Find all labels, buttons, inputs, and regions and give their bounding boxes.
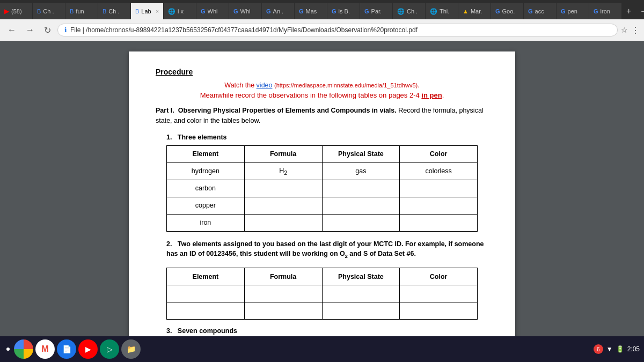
color-colorless: colorless (400, 162, 478, 180)
web-icon2: 🌐 (397, 8, 405, 15)
col-header-element: Element (167, 145, 245, 162)
tab-isb[interactable]: G is B. (327, 3, 360, 19)
tab-ch1[interactable]: B Ch . (33, 3, 65, 19)
google-icon5: G (332, 8, 336, 14)
tab-label: (58) (11, 8, 22, 14)
google-icon10: G (594, 8, 598, 14)
navigation-bar: ← → ↻ ℹ File | /home/chronos/u-89894221a… (0, 19, 644, 41)
tab-ch3[interactable]: 🌐 Ch . (393, 3, 425, 19)
reload-button[interactable]: ↻ (41, 24, 54, 36)
part-intro: Part I. Observing Physical Properties of… (156, 106, 488, 126)
web-icon: 🌐 (168, 8, 175, 15)
table-row: hydrogen H2 gas colorless (167, 162, 478, 180)
section-1-header: 1. Three elements (166, 134, 488, 141)
elements-table-2: Element Formula Physical State Color (166, 268, 478, 320)
section-two-elements: 2. Two elements assigned to you based on… (156, 239, 488, 320)
forward-button[interactable]: → (23, 24, 38, 36)
table-row: carbon (167, 180, 478, 197)
col-header-physical-state2: Physical State (322, 268, 400, 285)
tab-fun[interactable]: B fun (65, 3, 98, 19)
tab-ix[interactable]: 🌐 i x (164, 3, 196, 19)
col-header-formula: Formula (244, 145, 322, 162)
tab-ch2[interactable]: B Ch . (98, 3, 130, 19)
tab-goo[interactable]: G Goo. (491, 3, 523, 19)
tab-iron[interactable]: G iron (589, 3, 621, 19)
google-icon4: G (299, 8, 304, 14)
element-iron: iron (167, 214, 245, 231)
youtube-icon: ▶ (4, 8, 9, 15)
wifi-icon: ▼ (606, 345, 613, 353)
col-header-formula2: Formula (244, 268, 322, 285)
section-2-text: 2. Two elements assigned to you based on… (166, 240, 484, 258)
window-controls: ─ ⬜ ✕ (636, 8, 644, 15)
doc-icon3: B (103, 8, 106, 14)
section-three-elements: 1. Three elements Element Formula Physic… (156, 134, 488, 232)
section-3-header: 3. Seven compounds (166, 327, 488, 335)
tab-whi1[interactable]: G Whi (196, 3, 229, 19)
tab-par[interactable]: G Par. (360, 3, 392, 19)
state-gas: gas (322, 162, 400, 180)
table-row (167, 302, 478, 320)
google-icon9: G (561, 8, 566, 14)
watch-video-line: Watch the video (https://mediaspace.minn… (156, 82, 488, 89)
col-header-color: Color (400, 145, 478, 162)
section-2-header: 2. Two elements assigned to you based on… (166, 239, 488, 261)
tab-youtube[interactable]: ▶ (58) (0, 3, 32, 19)
element-hydrogen: hydrogen (167, 162, 245, 180)
security-icon: ℹ (64, 26, 67, 34)
bookmark-button[interactable]: ☆ (621, 26, 628, 34)
doc-icon2: B (70, 8, 74, 14)
record-note: Meanwhile record the observations in the… (156, 91, 488, 99)
google-icon1: G (201, 8, 206, 14)
add-tab-button[interactable]: + (622, 6, 635, 16)
tab-thi[interactable]: 🌐 Thi. (426, 3, 458, 19)
doc-icon4: B (135, 8, 139, 14)
tab-an[interactable]: G An . (262, 3, 294, 19)
files-taskbar-icon[interactable]: 📁 (121, 339, 141, 359)
browser-chrome: ▶ (58) B Ch . B fun B Ch . B Lab × 🌐 i x… (0, 0, 644, 41)
tab-mar[interactable]: ▲ Mar. (458, 3, 491, 19)
taskbar-indicator (6, 348, 10, 351)
table-row (167, 285, 478, 302)
google-icon6: G (364, 8, 369, 14)
tab-bar: ▶ (58) B Ch . B fun B Ch . B Lab × 🌐 i x… (0, 0, 644, 19)
play-taskbar-icon[interactable]: ▷ (100, 339, 119, 359)
taskbar: M 📄 ▶ ▷ 📁 6 ▼ 🔋 2:05 (0, 336, 644, 362)
docs-taskbar-icon[interactable]: 📄 (57, 339, 76, 359)
tab-mas[interactable]: G Mas (295, 3, 327, 19)
address-bar[interactable]: ℹ File | /home/chronos/u-89894221a1237b5… (57, 24, 618, 36)
element-carbon: carbon (167, 180, 245, 197)
table-row: iron (167, 214, 478, 231)
video-url: (https://mediaspace.minnstate.edu/media/… (274, 82, 418, 88)
pdf-page: Procedure Watch the video (https://media… (129, 51, 515, 336)
col-header-physical-state: Physical State (322, 145, 400, 162)
element-copper: copper (167, 197, 245, 214)
notification-badge: 6 (594, 344, 603, 354)
tab-acc[interactable]: G acc (524, 3, 556, 19)
table-row: copper (167, 197, 478, 214)
col-header-element2: Element (167, 268, 245, 285)
battery-icon: 🔋 (616, 345, 624, 353)
doc-icon: B (37, 8, 41, 14)
col-header-color2: Color (400, 268, 478, 285)
google-icon3: G (266, 8, 271, 14)
chrome-taskbar-icon[interactable] (14, 339, 33, 359)
youtube-taskbar-icon[interactable]: ▶ (78, 339, 98, 359)
procedure-title: Procedure (156, 68, 488, 76)
taskbar-right: 6 ▼ 🔋 2:05 (594, 344, 640, 354)
section-seven-compounds: 3. Seven compounds Compound Formula Phys… (156, 327, 488, 336)
tab-lab-active[interactable]: B Lab × (131, 3, 163, 19)
menu-button[interactable]: ⋮ (631, 25, 640, 35)
video-link[interactable]: video (257, 82, 273, 89)
pdf-viewer-area: Procedure Watch the video (https://media… (0, 41, 644, 336)
formula-h2: H2 (244, 162, 322, 180)
tab-whi2[interactable]: G Whi (229, 3, 261, 19)
back-button[interactable]: ← (4, 24, 19, 36)
tab-pen[interactable]: G pen (557, 3, 589, 19)
url-text: File | /home/chronos/u-89894221a1237b565… (70, 26, 418, 34)
google-icon8: G (528, 8, 533, 14)
gmail-taskbar-icon[interactable]: M (35, 339, 55, 359)
system-time: 2:05 (627, 345, 640, 353)
minimize-button[interactable]: ─ (636, 8, 644, 15)
web-icon3: 🌐 (430, 8, 437, 15)
